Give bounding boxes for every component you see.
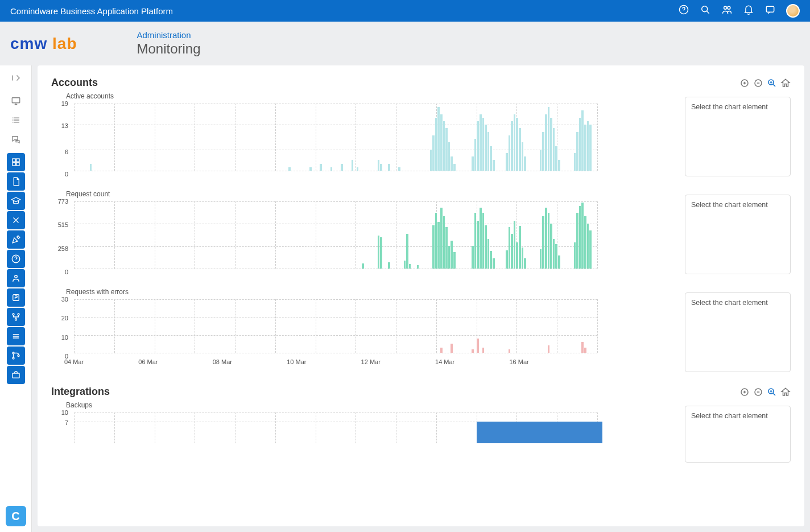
zoom-in-icon[interactable] bbox=[739, 78, 750, 88]
chart-bar[interactable] bbox=[506, 153, 508, 171]
chart-bar[interactable] bbox=[482, 213, 485, 269]
chart-bar[interactable] bbox=[548, 107, 550, 171]
chart-bar[interactable] bbox=[404, 261, 406, 269]
chart-bar[interactable] bbox=[435, 118, 437, 171]
chart-backups[interactable]: 107 bbox=[51, 413, 597, 447]
chart-bar[interactable] bbox=[509, 135, 511, 171]
chart-bar[interactable] bbox=[480, 114, 482, 171]
chart-bar[interactable] bbox=[579, 206, 581, 269]
chart-bar[interactable] bbox=[553, 239, 555, 269]
chart-bar[interactable] bbox=[584, 216, 586, 269]
chart-bar[interactable] bbox=[506, 250, 508, 269]
chart-bar[interactable] bbox=[524, 156, 526, 171]
sidebar-app-tile[interactable]: C bbox=[6, 506, 26, 526]
zoom-out-icon[interactable] bbox=[753, 78, 763, 88]
chart-bar[interactable] bbox=[548, 213, 550, 269]
chart-bar[interactable] bbox=[378, 236, 380, 269]
chart-bar[interactable] bbox=[417, 265, 419, 269]
chart-bar[interactable] bbox=[581, 203, 584, 269]
zoom-out-icon[interactable] bbox=[753, 387, 763, 397]
chart-bar[interactable] bbox=[445, 128, 448, 171]
chart-bar[interactable] bbox=[553, 128, 555, 171]
chart-bar[interactable] bbox=[388, 164, 390, 171]
sidebar-item-briefcase[interactable] bbox=[7, 366, 25, 384]
chart-bar[interactable] bbox=[511, 234, 513, 269]
sidebar-item-list[interactable] bbox=[7, 111, 25, 129]
sidebar-item-document[interactable] bbox=[7, 172, 25, 191]
chart-bar[interactable] bbox=[477, 221, 479, 269]
chart-bar[interactable] bbox=[587, 121, 589, 171]
chart-bar[interactable] bbox=[487, 132, 490, 171]
chart-bar[interactable] bbox=[409, 264, 411, 269]
chart-bar[interactable] bbox=[380, 237, 382, 269]
sidebar-item-help[interactable] bbox=[7, 250, 25, 268]
chart-bar[interactable] bbox=[509, 227, 511, 269]
chart-bar[interactable] bbox=[589, 230, 592, 269]
breadcrumb-category[interactable]: Administration bbox=[137, 30, 201, 40]
sidebar-item-design[interactable] bbox=[7, 230, 25, 249]
chart-bar[interactable] bbox=[453, 164, 456, 171]
chart-bar[interactable] bbox=[430, 150, 432, 171]
zoom-icon[interactable] bbox=[767, 78, 777, 88]
chart-bar[interactable] bbox=[576, 132, 578, 171]
chart-bar[interactable] bbox=[516, 118, 518, 171]
chart-bar[interactable] bbox=[522, 142, 524, 171]
chart-bar[interactable] bbox=[519, 226, 521, 269]
chart-bar[interactable] bbox=[581, 342, 584, 353]
chart-bar[interactable] bbox=[480, 208, 482, 269]
chart-bar[interactable] bbox=[550, 118, 552, 171]
chart-bar[interactable] bbox=[581, 110, 584, 171]
chart-bar[interactable] bbox=[432, 225, 435, 269]
users-icon[interactable] bbox=[721, 4, 733, 18]
chart-bar[interactable] bbox=[437, 222, 440, 269]
chart-bar[interactable] bbox=[443, 216, 445, 269]
sidebar-item-chat[interactable] bbox=[7, 130, 25, 149]
chart-bar[interactable] bbox=[472, 349, 474, 353]
chart-request-count[interactable]: 7735152580 bbox=[51, 201, 597, 272]
chart-bar[interactable] bbox=[540, 249, 542, 269]
chart-bar[interactable] bbox=[406, 234, 408, 269]
zoom-icon[interactable] bbox=[767, 387, 777, 397]
chart-bar[interactable] bbox=[437, 107, 440, 171]
chart-bar[interactable] bbox=[432, 135, 435, 171]
chart-bar[interactable] bbox=[288, 167, 291, 171]
chart-bar[interactable] bbox=[451, 156, 453, 171]
chart-bar[interactable] bbox=[574, 153, 576, 171]
chart-bar[interactable] bbox=[448, 246, 451, 269]
chart-bar[interactable] bbox=[516, 242, 518, 269]
chart-bar[interactable] bbox=[477, 422, 602, 443]
sidebar-item-apps[interactable] bbox=[7, 153, 25, 171]
chart-bar[interactable] bbox=[522, 248, 524, 269]
home-icon[interactable] bbox=[780, 387, 791, 397]
bell-icon[interactable] bbox=[743, 4, 754, 18]
chart-bar[interactable] bbox=[357, 167, 359, 171]
chart-bar[interactable] bbox=[435, 213, 437, 269]
chart-bar[interactable] bbox=[579, 118, 581, 171]
sidebar-item-branch[interactable] bbox=[7, 347, 25, 365]
feedback-icon[interactable] bbox=[764, 4, 776, 18]
sidebar-item-monitor[interactable] bbox=[7, 92, 25, 110]
chart-bar[interactable] bbox=[545, 114, 547, 171]
search-icon[interactable] bbox=[700, 4, 711, 18]
sidebar-item-tools[interactable] bbox=[7, 211, 25, 229]
sidebar-item-connections[interactable] bbox=[7, 308, 25, 326]
chart-bar[interactable] bbox=[545, 208, 547, 269]
chart-bar[interactable] bbox=[380, 164, 382, 171]
chart-bar[interactable] bbox=[555, 146, 557, 171]
chart-bar[interactable] bbox=[587, 224, 589, 269]
chart-bar[interactable] bbox=[558, 255, 560, 269]
chart-bar[interactable] bbox=[472, 246, 474, 269]
chart-bar[interactable] bbox=[445, 227, 448, 269]
chart-bar[interactable] bbox=[451, 344, 453, 353]
sidebar-item-menu[interactable] bbox=[7, 327, 25, 345]
chart-bar[interactable] bbox=[362, 263, 364, 269]
chart-bar[interactable] bbox=[451, 241, 453, 269]
chart-bar[interactable] bbox=[388, 262, 390, 269]
chart-bar[interactable] bbox=[540, 150, 542, 171]
chart-bar[interactable] bbox=[482, 118, 485, 171]
zoom-in-icon[interactable] bbox=[739, 387, 750, 397]
chart-bar[interactable] bbox=[448, 142, 451, 171]
chart-bar[interactable] bbox=[485, 225, 487, 269]
chart-bar[interactable] bbox=[493, 258, 495, 269]
chart-bar[interactable] bbox=[548, 345, 550, 353]
